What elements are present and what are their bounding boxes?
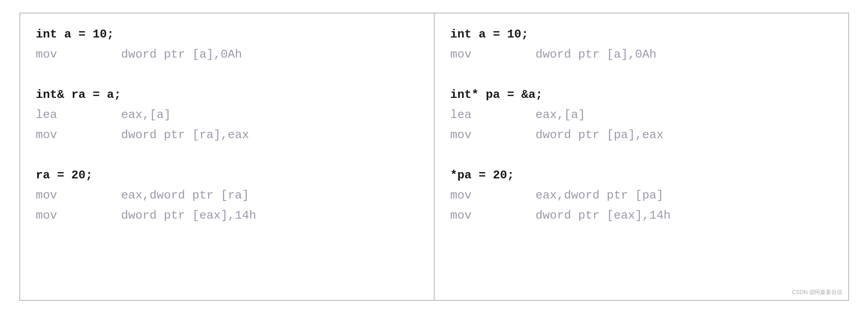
code-asm-line: mov dword ptr [eax],14h <box>450 206 832 226</box>
code-blank-line <box>36 145 418 165</box>
watermark-text: CSDN @阿森要自信 <box>792 289 843 296</box>
code-blank-line <box>450 65 832 85</box>
code-asm-line: lea eax,[a] <box>36 105 418 125</box>
code-asm-line: mov dword ptr [pa],eax <box>450 125 832 145</box>
code-asm-line: mov eax,dword ptr [pa] <box>450 186 832 206</box>
code-keyword-line: int a = 10; <box>36 24 418 45</box>
code-blank-line <box>36 65 418 85</box>
code-keyword-line: ra = 20; <box>36 165 418 186</box>
code-keyword-line: int a = 10; <box>450 24 832 45</box>
code-blank-line <box>450 145 832 165</box>
code-comparison-table: int a = 10;mov dword ptr [a],0Ahint& ra … <box>19 13 849 301</box>
code-asm-line: mov dword ptr [a],0Ah <box>36 45 418 65</box>
right-code-panel: int a = 10;mov dword ptr [a],0Ahint* pa … <box>435 13 848 300</box>
code-asm-line: lea eax,[a] <box>450 105 832 125</box>
code-keyword-line: int& ra = a; <box>36 85 418 105</box>
page-container: int a = 10;mov dword ptr [a],0Ahint& ra … <box>0 0 868 313</box>
code-asm-line: mov dword ptr [a],0Ah <box>450 45 832 65</box>
code-asm-line: mov eax,dword ptr [ra] <box>36 186 418 206</box>
left-code-panel: int a = 10;mov dword ptr [a],0Ahint& ra … <box>20 13 435 300</box>
code-asm-line: mov dword ptr [eax],14h <box>36 206 418 226</box>
code-keyword-line: *pa = 20; <box>450 165 832 186</box>
code-asm-line: mov dword ptr [ra],eax <box>36 125 418 145</box>
code-keyword-line: int* pa = &a; <box>450 85 832 105</box>
